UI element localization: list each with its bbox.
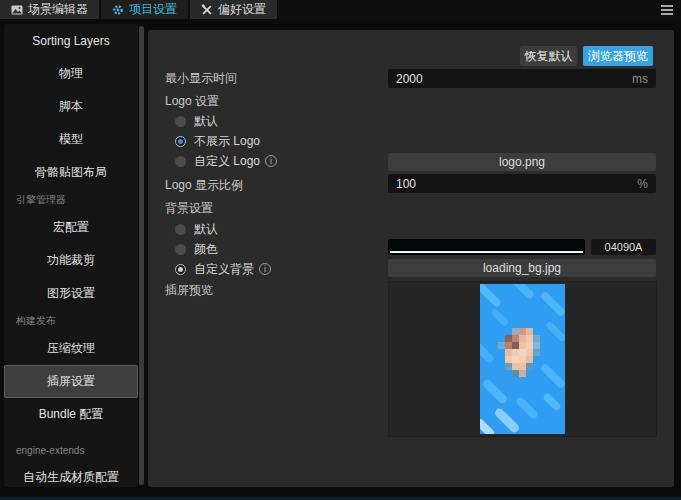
radio-selected-icon[interactable] <box>175 264 186 275</box>
sidebar-item[interactable]: 宏配置 <box>4 211 138 244</box>
background-setting-option[interactable]: 自定义背景i <box>148 259 388 279</box>
tab-label: 偏好设置 <box>218 1 266 18</box>
preview-pixel <box>505 349 512 356</box>
preview-pixel <box>519 335 526 342</box>
preview-pixel <box>526 335 533 342</box>
preview-stripe-shape <box>493 407 521 434</box>
preview-pixel <box>512 335 519 342</box>
logo-setting-option[interactable]: 默认 <box>148 111 388 131</box>
preview-pixel <box>519 342 526 349</box>
preview-pixel <box>512 349 519 356</box>
sidebar-item[interactable]: 图形设置 <box>4 277 138 310</box>
background-color-swatch[interactable] <box>388 239 585 255</box>
ms-unit-label: ms <box>632 72 648 86</box>
logo-setting-option[interactable]: 自定义 Logoi <box>148 151 388 171</box>
preview-pixel <box>526 363 533 370</box>
sidebar-item[interactable]: 物理 <box>4 57 138 90</box>
preview-stripe-shape <box>490 308 509 327</box>
logo-scale-input[interactable] <box>388 177 656 191</box>
sidebar-item[interactable]: 功能裁剪 <box>4 244 138 277</box>
logo-settings-label: Logo 设置 <box>165 93 219 110</box>
sidebar-section-header: 构建发布 <box>4 310 138 332</box>
radio-label: 默认 <box>194 221 218 238</box>
info-icon[interactable]: i <box>265 155 277 167</box>
preview-pixel <box>526 342 533 349</box>
radio-selected-icon[interactable] <box>175 136 186 147</box>
gear-icon <box>112 4 124 16</box>
radio-unselected-icon[interactable] <box>175 244 186 255</box>
preview-pixel <box>533 335 540 342</box>
tab-scene-editor[interactable]: 场景编辑器 <box>0 0 99 19</box>
preview-stripe-shape <box>511 284 535 300</box>
preview-pixel <box>533 342 540 349</box>
scene-image-icon <box>11 4 23 16</box>
settings-sidebar: Sorting Layers物理脚本模型骨骼贴图布局引擎管理器宏配置功能裁剪图形… <box>4 24 138 487</box>
preview-pixel <box>512 328 519 335</box>
sidebar-section-header: 引擎管理器 <box>4 189 138 211</box>
restore-defaults-button[interactable]: 恢复默认 <box>520 46 577 66</box>
preview-pixel <box>512 342 519 349</box>
background-setting-option[interactable]: 颜色 <box>148 239 388 259</box>
sidebar-item-selected[interactable]: 插屏设置 <box>4 365 138 398</box>
sidebar-item[interactable]: 脚本 <box>4 90 138 123</box>
background-color-hex-input[interactable] <box>591 240 656 254</box>
preview-pixel <box>512 363 519 370</box>
preview-pixel <box>512 356 519 363</box>
preview-stripe-shape <box>481 378 509 406</box>
tab-preferences[interactable]: 偏好设置 <box>190 0 277 19</box>
logo-setting-option[interactable]: 不展示 Logo <box>148 131 388 151</box>
preview-stripe-shape <box>480 284 502 308</box>
background-file-button[interactable]: loading_bg.jpg <box>388 259 656 277</box>
tab-label: 场景编辑器 <box>28 1 88 18</box>
preview-stripe-shape <box>545 321 565 343</box>
splash-preview-label: 插屏预览 <box>165 282 213 299</box>
min-display-time-input[interactable] <box>388 72 656 86</box>
splash-settings-panel: 恢复默认 浏览器预览 最小显示时间 ms Logo 设置 默认不展示 Logo自… <box>148 30 674 487</box>
radio-unselected-icon[interactable] <box>175 224 186 235</box>
tab-label: 项目设置 <box>129 1 177 18</box>
percent-unit-label: % <box>637 177 648 191</box>
splash-preview-panel <box>388 281 657 437</box>
preview-pixel <box>505 363 512 370</box>
radio-label: 颜色 <box>194 241 218 258</box>
hamburger-menu-icon[interactable] <box>661 5 673 15</box>
scrollbar-thumb[interactable] <box>139 26 144 485</box>
sidebar-item[interactable]: 骨骼贴图布局 <box>4 156 138 189</box>
preview-stripe-shape <box>540 291 565 318</box>
info-icon[interactable]: i <box>259 263 271 275</box>
top-tab-bar: 场景编辑器 项目设置 偏好设置 <box>0 0 681 19</box>
sidebar-item[interactable]: Sorting Layers <box>4 24 138 57</box>
editor-window: 场景编辑器 项目设置 偏好设置 Sorting Layers物理脚本模型骨骼贴图… <box>0 0 681 500</box>
preview-pixel <box>505 342 512 349</box>
sidebar-item[interactable]: 模型 <box>4 123 138 156</box>
preview-pixel <box>519 370 526 377</box>
logo-file-button[interactable]: logo.png <box>388 153 656 171</box>
radio-unselected-icon[interactable] <box>175 156 186 167</box>
radio-label: 自定义 Logo <box>194 153 260 170</box>
preview-pixel <box>533 349 540 356</box>
logo-scale-label: Logo 显示比例 <box>165 177 243 194</box>
sidebar-section-header: engine-extends <box>4 439 138 461</box>
background-setting-option[interactable]: 默认 <box>148 219 388 239</box>
preview-pixel <box>505 335 512 342</box>
preview-pixel <box>519 356 526 363</box>
preview-pixel <box>519 328 526 335</box>
preview-stripe-shape <box>480 340 495 364</box>
tools-icon <box>201 4 213 16</box>
sidebar-item[interactable]: 自动生成材质配置 <box>4 461 138 487</box>
browser-preview-button[interactable]: 浏览器预览 <box>583 46 653 66</box>
preview-pixel <box>512 370 519 377</box>
preview-pixel <box>519 349 526 356</box>
radio-label: 默认 <box>194 113 218 130</box>
sidebar-item[interactable]: Bundle 配置 <box>4 398 138 431</box>
sidebar-item[interactable]: 压缩纹理 <box>4 332 138 365</box>
min-display-time-label: 最小显示时间 <box>165 70 237 87</box>
preview-pixel <box>505 356 512 363</box>
sidebar-scrollbar[interactable] <box>139 24 144 487</box>
preview-pixel <box>498 342 505 349</box>
min-display-time-field: ms <box>388 69 656 88</box>
radio-unselected-icon[interactable] <box>175 116 186 127</box>
tab-project-settings[interactable]: 项目设置 <box>101 0 188 19</box>
preview-stripe-shape <box>480 417 496 434</box>
background-color-hex-field <box>591 239 656 255</box>
